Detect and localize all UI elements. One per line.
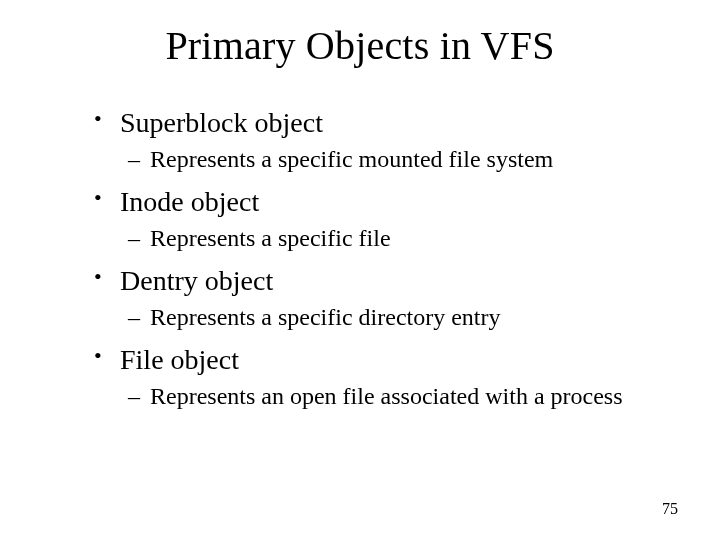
bullet-dentry: Dentry object <box>120 263 670 298</box>
slide-content: Superblock object Represents a specific … <box>30 105 690 411</box>
slide-title: Primary Objects in VFS <box>30 22 690 69</box>
bullet-superblock: Superblock object <box>120 105 670 140</box>
slide: Primary Objects in VFS Superblock object… <box>0 0 720 540</box>
page-number: 75 <box>662 500 678 518</box>
bullet-file-desc: Represents an open file associated with … <box>150 381 630 411</box>
bullet-inode: Inode object <box>120 184 670 219</box>
bullet-inode-desc: Represents a specific file <box>150 223 630 253</box>
bullet-file: File object <box>120 342 670 377</box>
bullet-dentry-desc: Represents a specific directory entry <box>150 302 630 332</box>
bullet-superblock-desc: Represents a specific mounted file syste… <box>150 144 630 174</box>
